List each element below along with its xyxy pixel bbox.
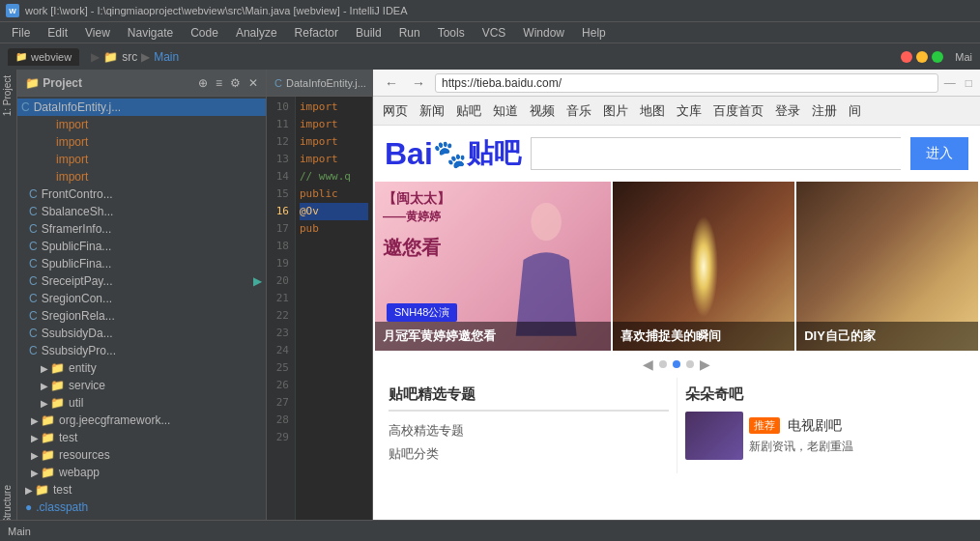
- carousel-dot-2[interactable]: [673, 360, 680, 368]
- folder-icon-resources: 📁: [41, 448, 55, 462]
- tree-folder-util[interactable]: ▶ 📁 util: [17, 394, 266, 412]
- close-icon[interactable]: ✕: [248, 76, 258, 90]
- browser-minimize-btn[interactable]: —: [944, 76, 956, 90]
- nav-baidu-home[interactable]: 百度首页: [713, 102, 764, 120]
- tunnel-light: [689, 215, 718, 317]
- browser-panel: ← → — □ 网页 新闻 贴吧 知道 视频 音乐 图片 地图 文库 百度首页 …: [373, 70, 980, 541]
- browser-restore-btn[interactable]: □: [966, 76, 972, 90]
- gallery-caption-3: DIY自己的家: [796, 322, 978, 351]
- tree-file-ssubsidy2[interactable]: C SsubsidyPro...: [17, 342, 266, 359]
- tree-file-sregioncon[interactable]: C SregionCon...: [17, 290, 266, 307]
- tree-file-spublic1[interactable]: C SpublicFina...: [17, 238, 266, 255]
- menu-analyze[interactable]: Analyze: [228, 24, 285, 42]
- nav-tieba[interactable]: 贴吧: [456, 102, 481, 120]
- tree-file-datainfo[interactable]: C DataInfoEntity.j...: [17, 99, 266, 116]
- nav-image[interactable]: 图片: [603, 102, 628, 120]
- main-tab-label[interactable]: Mai: [955, 51, 972, 63]
- menu-edit[interactable]: Edit: [40, 24, 75, 42]
- breadcrumb: ▶ 📁 src ▶ Main: [91, 50, 179, 64]
- nav-music[interactable]: 音乐: [566, 102, 591, 120]
- carousel-next[interactable]: ▶: [700, 356, 710, 372]
- status-main: Main: [8, 526, 31, 537]
- tree-folder-webapp[interactable]: ▶ 📁 webapp: [17, 464, 266, 481]
- carousel-prev[interactable]: ◀: [643, 356, 653, 372]
- tree-file-ssubsidy1[interactable]: C SsubsidyDa...: [17, 325, 266, 342]
- tree-file-spublic2[interactable]: C SpublicFina...: [17, 255, 266, 272]
- window-min-btn[interactable]: [916, 51, 928, 63]
- tree-folder-test[interactable]: ▶ 📁 test: [17, 429, 266, 446]
- section-item-category[interactable]: 贴吧分类: [389, 442, 669, 466]
- breadcrumb-sep: ▶: [141, 50, 150, 64]
- class-icon-f: C: [29, 187, 38, 201]
- nav-wenku[interactable]: 文库: [677, 102, 702, 120]
- tree-folder-test2[interactable]: ▶ 📁 test: [17, 481, 266, 498]
- nav-more[interactable]: 间: [849, 102, 861, 120]
- settings-icon[interactable]: ⚙: [230, 76, 241, 90]
- browser-content: Bai 🐾 贴吧 进入 【闽太太】 ——黄婷婷 邀您看: [373, 126, 980, 541]
- tab-webview[interactable]: 📁 webview: [8, 48, 79, 66]
- class-icon-sp1: C: [29, 240, 38, 253]
- menu-build[interactable]: Build: [348, 24, 389, 42]
- code-editor-tab[interactable]: C DataInfoEntity.j...: [267, 70, 372, 97]
- menu-vcs[interactable]: VCS: [475, 24, 514, 42]
- project-stripe-label[interactable]: 1: Project: [0, 70, 16, 122]
- nav-video[interactable]: 视频: [530, 102, 555, 120]
- window-max-btn[interactable]: [932, 51, 943, 63]
- menu-view[interactable]: View: [77, 24, 118, 42]
- folder-test-label: test: [59, 431, 77, 444]
- menu-help[interactable]: Help: [574, 24, 614, 42]
- tieba-text: 贴吧: [467, 135, 521, 172]
- tv-drama-link[interactable]: 电视剧吧: [788, 417, 842, 435]
- nav-news[interactable]: 新闻: [419, 102, 445, 120]
- nav-webpage[interactable]: 网页: [383, 102, 408, 120]
- class-icon-ss2: C: [29, 344, 38, 357]
- svg-point-0: [531, 202, 562, 240]
- browser-back-btn[interactable]: ←: [381, 73, 402, 93]
- gallery-item-2[interactable]: 喜欢捕捉美的瞬间: [613, 182, 794, 351]
- expand-arrow-test2: ▶: [25, 485, 33, 496]
- menu-tools[interactable]: Tools: [430, 24, 473, 42]
- tree-folder-resources[interactable]: ▶ 📁 resources: [17, 446, 266, 464]
- nav-map[interactable]: 地图: [640, 102, 665, 120]
- nav-login[interactable]: 登录: [775, 102, 800, 120]
- tree-file-classpath[interactable]: ● .classpath: [17, 498, 266, 516]
- section-duoduo: 朵朵奇吧 推荐 电视剧吧 新剧资讯，老剧重温: [677, 378, 973, 473]
- carousel-dot-1[interactable]: [659, 360, 667, 368]
- image-gallery: 【闽太太】 ——黄婷婷 邀您看 SNH48公演 月冠军黄婷婷邀您看: [373, 182, 980, 351]
- recommend-badge: 推荐: [749, 417, 780, 434]
- tree-file-sframer[interactable]: C SframerInfo...: [17, 220, 266, 238]
- menu-navigate[interactable]: Navigate: [120, 24, 181, 42]
- tree-folder-entity[interactable]: ▶ 📁 entity: [17, 359, 266, 377]
- tieba-search-input[interactable]: [531, 137, 901, 170]
- nav-register[interactable]: 注册: [812, 102, 837, 120]
- section-item-college[interactable]: 高校精选专题: [389, 419, 669, 442]
- folder-icon-org: 📁: [41, 413, 55, 427]
- window-close-btn[interactable]: [901, 51, 912, 63]
- add-icon[interactable]: ⊕: [198, 76, 208, 90]
- tree-file-sregionrela[interactable]: C SregionRela...: [17, 307, 266, 325]
- class-icon-sf: C: [29, 222, 38, 236]
- browser-toolbar: ← → — □: [373, 70, 980, 97]
- import-keyword-2: import: [56, 135, 88, 149]
- tieba-search-button[interactable]: 进入: [910, 137, 968, 170]
- browser-forward-btn[interactable]: →: [408, 73, 429, 93]
- carousel-dot-3[interactable]: [686, 360, 694, 368]
- gallery-item-3[interactable]: DIY自己的家: [796, 182, 978, 351]
- tree-folder-org[interactable]: ▶ 📁 org.jeecgframework...: [17, 412, 266, 429]
- code-lines[interactable]: import import import import // www.q pub…: [296, 97, 372, 541]
- nav-zhidao[interactable]: 知道: [493, 102, 518, 120]
- collapse-icon[interactable]: ≡: [216, 76, 222, 90]
- tree-file-frontcontro[interactable]: C FrontContro...: [17, 185, 266, 203]
- line-numbers: 10 11 12 13 14 15 16 17 18 19 20 21 22 2…: [267, 97, 296, 541]
- menu-window[interactable]: Window: [515, 24, 572, 42]
- tree-file-sreceipt[interactable]: C SreceiptPay... ▶: [17, 272, 266, 290]
- project-panel-header: 📁 Project ⊕ ≡ ⚙ ✕: [17, 70, 266, 97]
- menu-run[interactable]: Run: [391, 24, 428, 42]
- menu-refactor[interactable]: Refactor: [287, 24, 346, 42]
- tree-file-sbalance[interactable]: C SbalanceSh...: [17, 203, 266, 220]
- tree-folder-service[interactable]: ▶ 📁 service: [17, 377, 266, 394]
- menu-file[interactable]: File: [4, 24, 38, 42]
- menu-code[interactable]: Code: [183, 24, 226, 42]
- gallery-item-1[interactable]: 【闽太太】 ——黄婷婷 邀您看 SNH48公演 月冠军黄婷婷邀您看: [375, 182, 611, 351]
- browser-url-input[interactable]: [435, 73, 938, 93]
